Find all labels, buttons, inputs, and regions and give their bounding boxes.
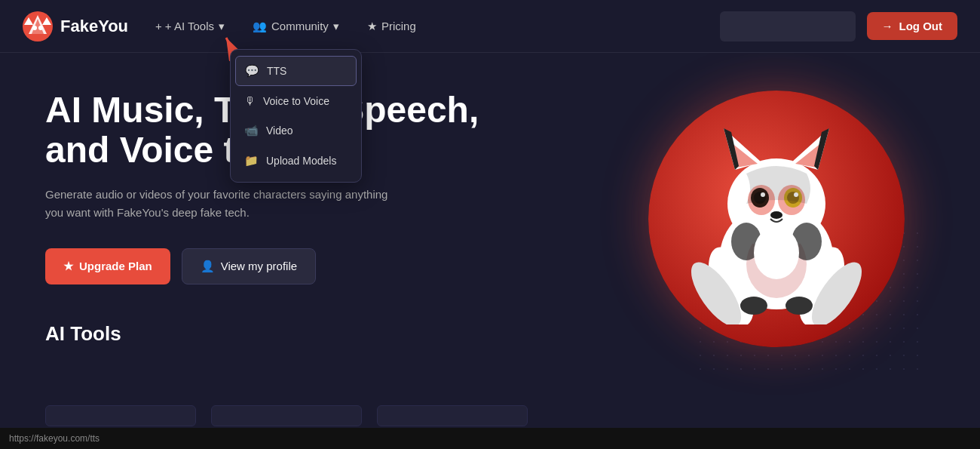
svg-point-34 bbox=[754, 226, 799, 279]
logout-icon: → bbox=[882, 20, 893, 32]
upload-icon: 📁 bbox=[244, 154, 259, 168]
plus-icon: + bbox=[155, 20, 162, 32]
tool-card-2[interactable] bbox=[211, 405, 362, 426]
community-icon: 👥 bbox=[253, 20, 267, 33]
ai-tools-dropdown: 💬 TTS 🎙 Voice to Voice 📹 Video 📁 Upload … bbox=[230, 49, 362, 183]
dropdown-item-upload-models[interactable]: 📁 Upload Models bbox=[231, 146, 361, 176]
user-icon: 👤 bbox=[201, 260, 215, 273]
tts-label: TTS bbox=[267, 65, 286, 77]
upgrade-plan-label: Upgrade Plan bbox=[79, 260, 152, 272]
logo-icon bbox=[23, 11, 53, 42]
tts-icon: 💬 bbox=[245, 64, 259, 78]
logout-label: Log Out bbox=[899, 20, 942, 32]
upload-models-label: Upload Models bbox=[266, 155, 336, 167]
tool-cards bbox=[45, 405, 528, 426]
hero-section: AI Music, Text to Speech, and Voice to v… bbox=[0, 53, 980, 449]
logo[interactable]: FakeYou bbox=[23, 11, 128, 42]
fox-circle bbox=[648, 91, 905, 347]
dropdown-item-video[interactable]: 📹 Video bbox=[231, 115, 361, 146]
hero-image bbox=[633, 60, 920, 377]
logout-button[interactable]: → Log Out bbox=[867, 12, 957, 40]
fox-illustration bbox=[671, 113, 882, 324]
statusbar-url: https://fakeyou.com/tts bbox=[9, 433, 100, 444]
svg-point-32 bbox=[740, 297, 767, 315]
upgrade-star-icon: ★ bbox=[63, 260, 73, 273]
ai-tools-title: AI Tools bbox=[45, 322, 513, 346]
hero-buttons: ★ Upgrade Plan 👤 View my profile bbox=[45, 248, 513, 284]
navbar: FakeYou + + AI Tools ▾ 👥 Community ▾ ★ P… bbox=[0, 0, 980, 53]
ai-tools-nav-button[interactable]: + + AI Tools ▾ bbox=[143, 14, 237, 39]
tool-card-3[interactable] bbox=[377, 405, 528, 426]
nav-items: + + AI Tools ▾ 👥 Community ▾ ★ Pricing bbox=[143, 14, 719, 39]
video-label: Video bbox=[266, 125, 293, 137]
dropdown-item-voice-to-voice[interactable]: 🎙 Voice to Voice bbox=[231, 86, 361, 115]
svg-point-3 bbox=[32, 26, 37, 30]
ai-tools-section: AI Tools bbox=[45, 322, 513, 346]
view-profile-button[interactable]: 👤 View my profile bbox=[182, 248, 316, 284]
community-label: Community bbox=[271, 20, 329, 32]
svg-point-4 bbox=[38, 26, 43, 30]
pricing-star-icon: ★ bbox=[367, 20, 377, 33]
search-box[interactable] bbox=[720, 11, 856, 42]
logo-text: FakeYou bbox=[60, 17, 128, 36]
community-chevron-icon: ▾ bbox=[333, 20, 339, 33]
nav-right: → Log Out bbox=[720, 11, 957, 42]
dropdown-item-tts[interactable]: 💬 TTS bbox=[235, 56, 357, 86]
voice-to-voice-icon: 🎙 bbox=[244, 94, 256, 107]
tool-card-1[interactable] bbox=[45, 405, 196, 426]
pricing-label: Pricing bbox=[381, 20, 416, 32]
voice-to-voice-label: Voice to Voice bbox=[263, 95, 329, 107]
video-icon: 📹 bbox=[244, 124, 259, 137]
chevron-down-icon: ▾ bbox=[219, 20, 225, 33]
svg-point-25 bbox=[770, 211, 782, 219]
view-profile-label: View my profile bbox=[221, 260, 297, 272]
community-nav-button[interactable]: 👥 Community ▾ bbox=[240, 14, 351, 39]
svg-point-33 bbox=[786, 297, 813, 315]
upgrade-plan-button[interactable]: ★ Upgrade Plan bbox=[45, 248, 170, 284]
ai-tools-label: + AI Tools bbox=[165, 20, 214, 32]
pricing-nav-button[interactable]: ★ Pricing bbox=[355, 14, 428, 39]
statusbar: https://fakeyou.com/tts bbox=[0, 428, 980, 449]
hero-subtitle: Generate audio or videos of your favorit… bbox=[45, 186, 407, 222]
